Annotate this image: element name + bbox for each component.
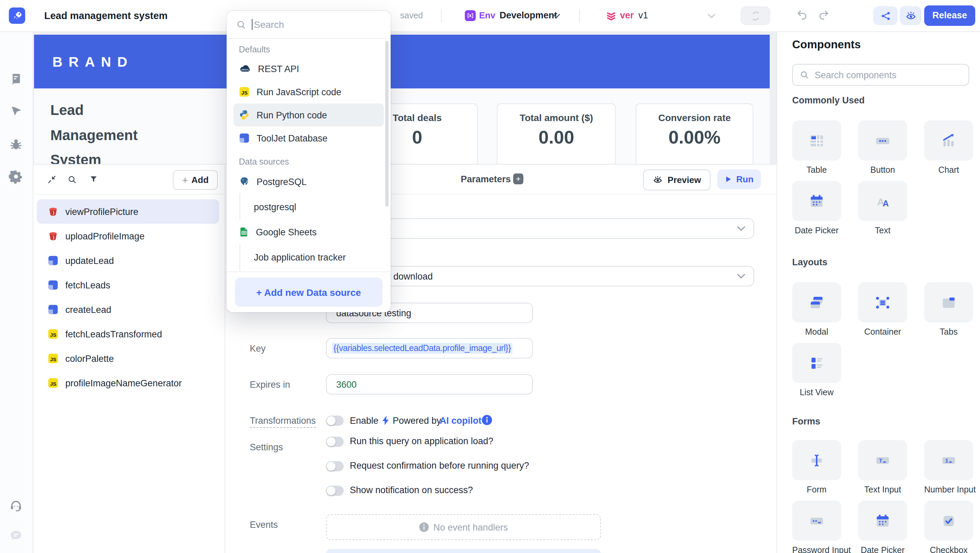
component-card-date-picker[interactable]: Date Picker	[858, 501, 907, 553]
scrollbar-thumb[interactable]	[385, 41, 388, 207]
ai-copilot-link[interactable]: AI copilot	[440, 416, 482, 426]
chevron-down-icon[interactable]	[553, 14, 560, 18]
datasource-option-label: Run JavaScript code	[256, 87, 341, 97]
component-label: Chart	[924, 165, 973, 176]
query-list-item[interactable]: fetchLeads	[37, 273, 219, 297]
add-query-button[interactable]: +Add	[173, 170, 218, 190]
left-sidebar	[0, 31, 33, 553]
tooljetdb-icon	[239, 133, 250, 143]
transformations-toggle[interactable]	[326, 416, 344, 426]
datasource-option-run-javascript-code[interactable]: JSRun JavaScript code	[234, 80, 384, 103]
sidebar-item-settings[interactable]	[9, 169, 24, 184]
datasource-option-tooljet-database[interactable]: ToolJet Database	[234, 127, 384, 149]
stat-value: 0.00%	[636, 127, 753, 148]
query-list-item[interactable]: viewProfilePicture	[37, 199, 219, 224]
component-card-surface	[924, 121, 973, 160]
redo-icon[interactable]	[818, 10, 830, 20]
component-card-date-picker[interactable]: Date Picker	[792, 181, 841, 237]
brand-header-widget[interactable]: BRAND	[34, 35, 770, 88]
component-card-password-input[interactable]: Password Input	[792, 501, 841, 553]
component-card-modal[interactable]: Modal	[792, 282, 841, 338]
component-card-text-input[interactable]: TText Input	[858, 440, 907, 496]
key-input[interactable]: {{variables.selectedLeadData.profile_ima…	[326, 338, 533, 359]
sync-button[interactable]	[740, 6, 770, 25]
setting-toggle[interactable]	[326, 486, 344, 496]
release-button[interactable]: Release	[924, 5, 975, 26]
add-parameter-button[interactable]: +	[513, 173, 523, 184]
powered-by-label: Powered by	[393, 416, 441, 426]
app-heading-widget[interactable]: LeadManagementSystem	[50, 98, 138, 164]
info-icon[interactable]	[482, 415, 492, 425]
sidebar-item-debugger[interactable]	[9, 137, 24, 153]
env-selector[interactable]: Development	[500, 0, 557, 31]
table-icon	[808, 132, 826, 149]
svg-text:JS: JS	[50, 332, 56, 338]
component-card-number-input[interactable]: 1Number Input	[924, 440, 973, 496]
tooljetdb-icon	[48, 304, 59, 315]
components-search-input[interactable]: Search components	[792, 64, 969, 86]
tooljet-logo-icon[interactable]	[9, 8, 25, 24]
component-label: Date Picker	[858, 545, 907, 553]
collapse-panel-icon[interactable]	[47, 175, 56, 184]
setting-toggle[interactable]	[326, 437, 344, 447]
query-list-item[interactable]: JSfetchLeadsTransformed	[37, 322, 219, 346]
chevron-down-icon	[737, 273, 745, 279]
component-card-form[interactable]: Form	[792, 440, 841, 496]
app-title[interactable]: Lead management system	[44, 0, 168, 31]
app-canvas[interactable]: BRAND LeadManagementSystem Total deals0T…	[33, 31, 776, 164]
svg-text:{REST}: {REST}	[241, 68, 249, 71]
pages-icon	[9, 72, 23, 86]
search-icon[interactable]	[67, 175, 77, 184]
query-name: createLead	[65, 304, 111, 315]
component-card-surface	[792, 282, 841, 323]
new-event-handler-button[interactable]: New event handler	[326, 549, 601, 553]
tooljetdb-icon	[48, 255, 59, 266]
component-card-button[interactable]: Button	[858, 121, 907, 176]
component-card-list-view[interactable]: List View	[792, 343, 841, 399]
setting-toggle[interactable]	[326, 461, 344, 471]
component-card-chart[interactable]: Chart	[924, 121, 973, 176]
datasource-instance-job-application-tracker[interactable]: Job application tracker	[240, 243, 384, 271]
query-list-item[interactable]: uploadProfileImage	[37, 224, 219, 248]
stat-card[interactable]: Conversion rate0.00%	[636, 103, 753, 164]
heading-line: System	[50, 148, 138, 164]
sidebar-item-pages[interactable]	[9, 72, 24, 87]
query-run-button[interactable]: Run	[717, 169, 761, 189]
stat-card[interactable]: Total amount ($)0.00	[497, 103, 616, 164]
component-card-container[interactable]: Container	[858, 282, 907, 338]
passwordinput-icon	[808, 512, 826, 529]
query-list-item[interactable]: JScolorPalette	[37, 346, 219, 371]
filter-icon[interactable]	[89, 175, 98, 184]
sidebar-item-inspector[interactable]	[9, 104, 24, 119]
s3-icon	[48, 206, 59, 217]
app-preview-button[interactable]	[900, 6, 921, 25]
datasource-search-input[interactable]: Search	[227, 11, 391, 39]
sidebar-item-support[interactable]	[9, 499, 24, 513]
query-list-item[interactable]: JSprofileImageNameGenerator	[37, 371, 219, 395]
component-card-tabs[interactable]: Tabs	[924, 282, 973, 338]
datasource-option-rest-api[interactable]: {REST}REST API	[234, 57, 384, 80]
expires-input[interactable]: 3600	[326, 374, 533, 394]
undo-icon[interactable]	[796, 10, 808, 20]
share-button[interactable]	[873, 6, 898, 25]
query-preview-button[interactable]: Preview	[643, 169, 711, 191]
datasource-option-google-sheets[interactable]: Google Sheets	[234, 220, 384, 243]
datasource-option-run-python-code[interactable]: Run Python code	[234, 103, 384, 127]
chat-icon	[9, 529, 23, 543]
datasource-option-postgresql[interactable]: PostgreSQL	[234, 170, 384, 193]
add-new-datasource-button[interactable]: + Add new Data source	[235, 278, 382, 307]
numberinput-icon: 1	[940, 451, 958, 469]
version-selector[interactable]: v1	[638, 0, 648, 31]
svg-text:JS: JS	[241, 90, 247, 95]
component-card-text[interactable]: AAText	[858, 181, 907, 237]
chevron-down-icon[interactable]	[708, 14, 715, 18]
query-list-item[interactable]: createLead	[37, 297, 219, 322]
query-list-item[interactable]: updateLead	[37, 248, 219, 273]
js-icon: JS	[48, 329, 59, 339]
component-label: Date Picker	[792, 226, 841, 237]
component-card-table[interactable]: Table	[792, 121, 841, 176]
tooljetdb-icon	[48, 280, 59, 291]
component-card-checkbox[interactable]: Checkbox	[924, 501, 973, 553]
sidebar-item-chat[interactable]	[9, 529, 24, 543]
datasource-instance-postgresql[interactable]: postgresql	[240, 193, 384, 220]
